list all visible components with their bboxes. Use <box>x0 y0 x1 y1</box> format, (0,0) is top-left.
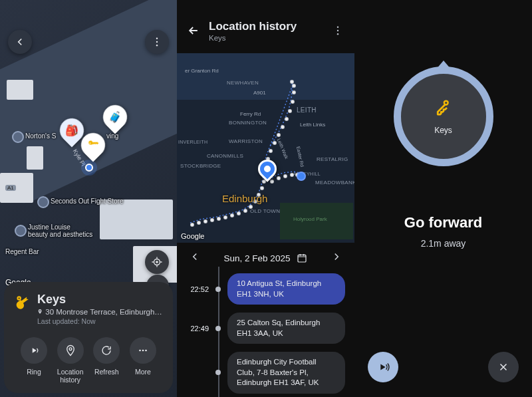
close-icon <box>497 361 509 373</box>
svg-point-1 <box>156 41 158 43</box>
svg-point-4 <box>156 261 158 263</box>
refresh-icon <box>100 344 112 356</box>
track-dot <box>210 218 214 222</box>
track-dot <box>249 205 253 209</box>
key-icon <box>434 98 454 120</box>
track-dot <box>260 186 264 190</box>
key-icon <box>13 294 31 311</box>
ring-icon <box>376 360 390 374</box>
track-dot <box>281 125 285 129</box>
selected-date: Sun, 2 Feb 2025 <box>224 253 291 263</box>
track-dot <box>273 141 277 145</box>
poi-dot[interactable] <box>37 196 49 208</box>
recenter-button[interactable] <box>145 250 169 274</box>
poi-label: Regent Bar <box>5 248 39 255</box>
location-history-pane: Location history Keys NEWHAVEN LEITH BON… <box>177 0 354 397</box>
back-button[interactable] <box>186 23 201 38</box>
ring-button[interactable]: Ring <box>16 337 52 384</box>
prev-day-button[interactable] <box>189 251 201 265</box>
more-label: More <box>135 368 151 376</box>
page-subtitle: Keys <box>209 34 323 42</box>
svg-point-14 <box>337 30 338 31</box>
more-vertical-icon <box>332 25 344 37</box>
track-dot <box>223 215 227 219</box>
poi-label: Justine Louise beauty and aesthetics <box>28 223 92 238</box>
route-badge: A1 <box>5 185 16 191</box>
more-button[interactable] <box>331 23 345 38</box>
timeline-time: 22:52 <box>186 285 209 293</box>
compass-arrow-icon <box>432 61 455 74</box>
track-dot <box>243 209 247 213</box>
more-button[interactable] <box>145 30 169 54</box>
distance-text: 2.1m away <box>354 238 532 249</box>
track-dot <box>217 217 221 221</box>
track-dot <box>237 211 241 215</box>
back-button[interactable] <box>8 30 32 54</box>
track-dot <box>283 174 287 178</box>
location-history-button[interactable]: Location history <box>53 337 88 384</box>
refresh-label: Refresh <box>94 368 119 376</box>
tracker-info-card: Keys 30 Montrose Terrace, Edinburgh EH7 … <box>4 282 173 393</box>
current-ping-dot <box>297 172 306 181</box>
svg-point-15 <box>337 33 338 35</box>
poi-dot[interactable] <box>12 131 24 143</box>
calendar-icon <box>297 253 307 263</box>
timeline-entry[interactable]: Edinburgh City Football Club, 7-8 Baxter… <box>186 352 345 394</box>
timeline-dot <box>215 287 221 292</box>
crosshair-icon <box>151 256 163 268</box>
track-dot <box>290 173 294 177</box>
tracker-pin-bag[interactable]: 🎒 <box>60 118 84 142</box>
timeline-list: 22:5210 Antigua St, Edinburgh EH1 3NH, U… <box>177 273 354 397</box>
timeline-dot <box>215 326 221 331</box>
svg-point-0 <box>156 38 158 39</box>
timeline-time: 22:49 <box>186 325 209 332</box>
poi-label: Norton's S <box>25 132 56 140</box>
svg-point-10 <box>139 350 141 352</box>
ring-label: Ring <box>27 368 41 376</box>
poi-label: ving <box>106 132 118 140</box>
poi-dot[interactable] <box>15 225 27 237</box>
timeline-address: 25 Calton Sq, Edinburgh EH1 3AA, UK <box>227 313 345 344</box>
track-dot <box>230 213 234 217</box>
timeline-entry[interactable]: 22:5210 Antigua St, Edinburgh EH1 3NH, U… <box>186 273 345 305</box>
svg-point-12 <box>145 350 147 352</box>
poi-label: Seconds Out Fight Store <box>51 198 124 205</box>
date-picker-button[interactable]: Sun, 2 Feb 2025 <box>224 253 308 263</box>
page-title: Location history <box>209 20 323 33</box>
chevron-left-icon <box>14 36 26 48</box>
timeline-address: Edinburgh City Football Club, 7-8 Baxter… <box>227 352 345 394</box>
pin-icon <box>65 344 76 356</box>
refresh-button[interactable]: Refresh <box>88 337 124 384</box>
track-dot <box>203 219 207 223</box>
more-actions-button[interactable]: More <box>125 337 161 384</box>
track-dot <box>277 176 281 180</box>
track-dot <box>197 221 201 225</box>
tracker-pin-suitcase[interactable]: 🧳 <box>103 105 127 129</box>
city-label: Edinburgh <box>222 193 267 204</box>
track-dot <box>292 90 296 94</box>
ring-button[interactable] <box>368 352 398 382</box>
svg-point-8 <box>18 297 21 299</box>
compass-indicator: Keys <box>394 66 493 166</box>
tracker-name: Keys <box>37 293 164 307</box>
tracker-pin-keys[interactable] <box>81 133 105 157</box>
track-dot <box>277 133 281 137</box>
pin-icon <box>37 308 43 315</box>
history-label: Location history <box>57 368 84 384</box>
tracker-name: Keys <box>434 126 452 135</box>
svg-point-13 <box>337 27 338 28</box>
compass-pane: Keys Go forward 2.1m away <box>354 0 532 397</box>
user-location-dot <box>85 164 93 172</box>
route-path <box>177 53 354 243</box>
more-horizontal-icon <box>137 344 149 356</box>
close-button[interactable] <box>488 352 519 382</box>
timeline-entry[interactable]: 22:4925 Calton Sq, Edinburgh EH1 3AA, UK <box>186 313 345 344</box>
tracker-address: 30 Montrose Terrace, Edinburgh EH7 5DL, … <box>45 308 164 316</box>
svg-point-11 <box>142 350 144 352</box>
track-dot <box>292 84 296 88</box>
svg-point-2 <box>156 45 158 46</box>
svg-rect-16 <box>298 255 306 262</box>
next-day-button[interactable] <box>331 251 342 265</box>
chevron-left-icon <box>189 251 201 263</box>
history-map[interactable]: NEWHAVEN LEITH BONNINGTON INVERLEITH WAR… <box>177 53 354 243</box>
